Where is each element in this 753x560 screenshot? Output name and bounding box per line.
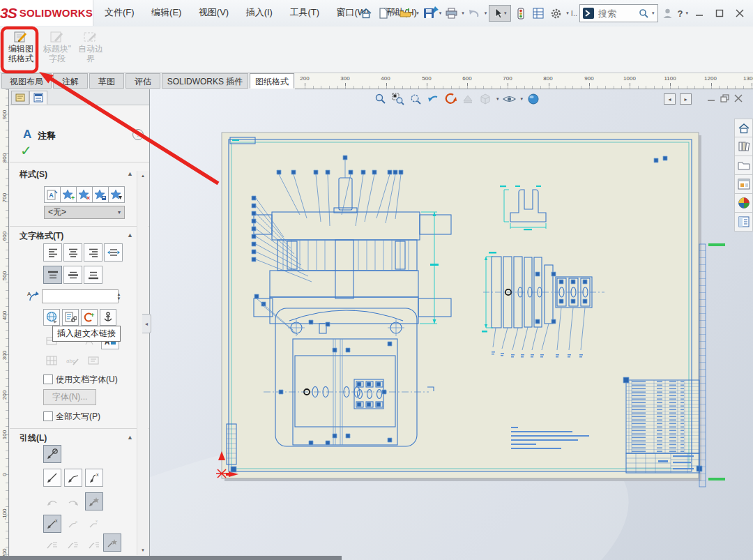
pane-left-button[interactable]: ◂ — [664, 93, 676, 105]
scrollbar-down-icon[interactable]: ▼ — [137, 545, 149, 555]
use-document-font-checkbox[interactable] — [43, 374, 53, 384]
doc-minimize-button[interactable] — [707, 93, 716, 105]
insert-symbol-button[interactable]: + — [81, 309, 98, 326]
tab-solidworks-addins[interactable]: SOLIDWORKS 插件 — [162, 73, 248, 89]
drawing-graphics-area[interactable] — [150, 89, 753, 560]
help-caret-icon[interactable]: ▾ — [685, 10, 688, 16]
new-file-button[interactable] — [376, 6, 391, 21]
tab-sheet-format[interactable]: 图纸格式 — [250, 73, 294, 89]
style-load-button[interactable] — [108, 186, 125, 203]
align-right-button[interactable] — [84, 243, 102, 262]
title-block-fields-button[interactable]: 标题块" 字段 — [40, 28, 75, 71]
search-caret-icon[interactable]: ▾ — [652, 10, 655, 16]
drawing-viewport[interactable] — [150, 89, 753, 560]
link-to-property-button[interactable] — [62, 309, 79, 326]
pane-right-button[interactable]: ▸ — [680, 93, 692, 105]
select-caret-icon[interactable]: ▾ — [504, 10, 507, 16]
small-leader-x2-button[interactable]: x — [85, 515, 103, 533]
angle-spinner[interactable]: ▲▼ — [114, 289, 123, 303]
valign-middle-button[interactable] — [63, 266, 82, 284]
straight-leader-button[interactable] — [43, 469, 61, 487]
align-justify-button[interactable] — [104, 243, 123, 262]
login-person-icon[interactable] — [660, 6, 676, 21]
leader-text-left-button[interactable] — [43, 536, 61, 554]
menu-tools[interactable]: 工具(T) — [282, 0, 326, 25]
display-style-caret-icon[interactable]: ▾ — [496, 96, 499, 102]
rotate-view-button[interactable] — [443, 92, 457, 106]
table-panel-button[interactable] — [531, 6, 546, 21]
leader-text-right-button[interactable] — [85, 536, 103, 554]
home-button[interactable] — [358, 6, 374, 21]
menu-view[interactable]: 视图(V) — [192, 0, 236, 25]
undo-caret-icon[interactable]: ▾ — [485, 10, 487, 16]
menu-insert[interactable]: 插入(I) — [239, 0, 280, 25]
search-magnifier-icon[interactable] — [639, 8, 648, 18]
save-caret-icon[interactable]: ▾ — [439, 10, 442, 16]
open-caret-icon[interactable]: ▾ — [416, 10, 419, 16]
panel-help-icon[interactable]: ? — [132, 129, 144, 140]
automatic-border-button[interactable]: 自动边 界 — [73, 28, 108, 71]
panel-tab-sheet-properties[interactable] — [11, 91, 29, 105]
view-settings-button[interactable] — [526, 92, 540, 106]
leader-star-right-button[interactable] — [103, 533, 121, 552]
tab-view-layout[interactable]: 视图布局 — [1, 73, 52, 89]
tab-annotation[interactable]: 注解 — [53, 73, 88, 89]
help-button[interactable]: ? — [678, 8, 683, 19]
bent-leader-button[interactable] — [64, 469, 82, 487]
spinner-down-icon[interactable]: ▼ — [117, 296, 121, 301]
valign-top-button[interactable] — [43, 266, 62, 284]
scrollbar-up-icon[interactable]: ▲ — [137, 171, 149, 181]
previous-view-button[interactable] — [426, 92, 440, 106]
all-caps-checkbox[interactable] — [43, 411, 53, 421]
star-leader-button[interactable] — [85, 492, 103, 510]
leader-section-header[interactable]: 引线(L) — [20, 432, 47, 444]
no-leader-button[interactable] — [43, 445, 61, 463]
overflow-toolbar-label[interactable]: I.. — [571, 9, 577, 17]
tab-evaluate[interactable]: 评估 — [126, 73, 160, 89]
leader-x-button[interactable]: x — [43, 515, 61, 533]
style-save-button[interactable] — [92, 186, 109, 203]
window-maximize-button[interactable] — [710, 6, 729, 21]
display-style-button[interactable] — [478, 92, 492, 106]
doc-close-button[interactable] — [734, 93, 743, 105]
ok-check-button[interactable]: ✓ — [20, 142, 32, 159]
text-format-collapse-icon[interactable]: ▲ — [127, 232, 133, 239]
leader-text-center-button[interactable] — [64, 536, 82, 554]
anchor-button[interactable] — [100, 309, 116, 326]
search-input[interactable] — [597, 8, 636, 20]
style-add-button[interactable]: + — [60, 186, 77, 203]
text-box-button[interactable] — [85, 352, 102, 369]
new-file-caret-icon[interactable]: ▾ — [394, 10, 397, 16]
leader-collapse-icon[interactable]: ▲ — [127, 434, 133, 441]
style-apply-defaults-button[interactable]: A — [44, 186, 61, 203]
hide-show-items-button[interactable] — [503, 92, 517, 106]
zoom-in-out-button[interactable] — [409, 92, 423, 106]
options-caret-icon[interactable]: ▾ — [566, 10, 569, 16]
menu-file[interactable]: 文件(F) — [98, 0, 142, 25]
text-format-section-header[interactable]: 文字格式(T) — [20, 230, 63, 242]
taskpane-file-explorer-button[interactable] — [734, 156, 753, 175]
zoom-to-area-button[interactable] — [391, 92, 405, 106]
hide-show-caret-icon[interactable]: ▾ — [521, 96, 524, 102]
spline-leader-button[interactable]: x — [85, 469, 103, 487]
doc-restore-button[interactable] — [720, 93, 730, 105]
print-button[interactable] — [443, 6, 459, 21]
taskpane-appearances-button[interactable] — [734, 194, 753, 213]
select-tool-button[interactable]: ▾ — [489, 5, 511, 22]
menu-edit[interactable]: 编辑(E) — [144, 0, 188, 25]
taskpane-view-palette-button[interactable] — [734, 175, 753, 194]
save-button[interactable] — [421, 6, 436, 21]
open-button[interactable] — [398, 6, 413, 21]
undo-button[interactable] — [466, 6, 482, 21]
tab-sketch[interactable]: 草图 — [89, 73, 124, 89]
taskpane-home-button[interactable] — [734, 119, 753, 137]
angle-input[interactable] — [42, 289, 119, 303]
text-table-button[interactable] — [43, 352, 60, 369]
print-caret-icon[interactable]: ▾ — [462, 10, 464, 16]
options-gear-button[interactable] — [548, 6, 563, 21]
search-box[interactable]: ▾ — [579, 4, 658, 22]
edit-sheet-format-button[interactable]: 编辑图 纸格式 — [3, 28, 38, 71]
arc-leader-right-button[interactable] — [64, 492, 82, 510]
taskpane-design-library-button[interactable] — [734, 137, 753, 156]
section-view-button[interactable] — [461, 92, 475, 106]
